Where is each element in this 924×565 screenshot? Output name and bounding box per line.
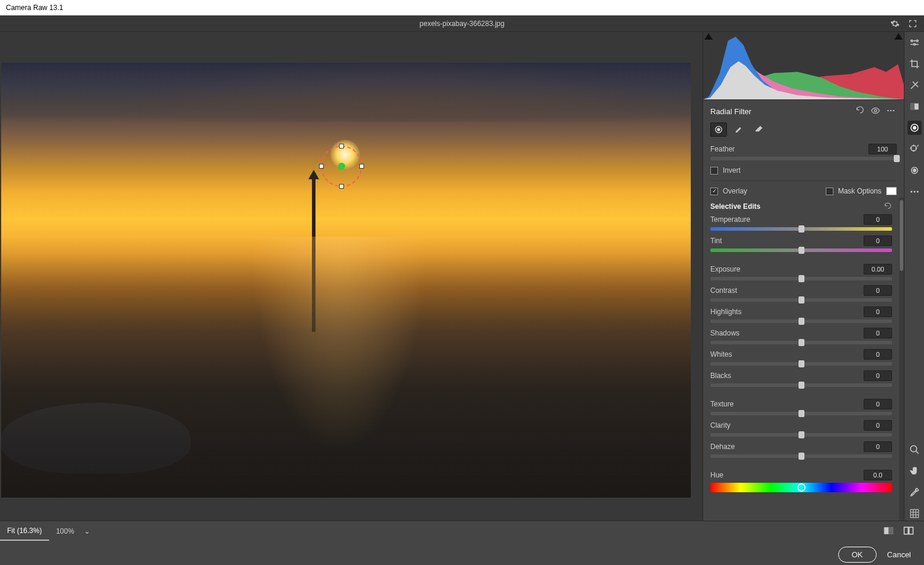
slider-label: Clarity <box>710 421 864 430</box>
slider-thumb[interactable] <box>894 155 900 162</box>
slider-thumb[interactable] <box>799 225 804 233</box>
slider-value[interactable]: 0 <box>864 306 892 317</box>
erase-tool-icon[interactable] <box>751 122 767 137</box>
slider-track[interactable] <box>710 483 892 492</box>
slider-value[interactable]: 0 <box>864 420 892 431</box>
slider-track[interactable] <box>710 248 892 252</box>
gear-icon[interactable] <box>890 18 900 29</box>
slider-value[interactable]: 0 <box>864 399 892 409</box>
more-icon[interactable] <box>886 106 897 117</box>
slider-value[interactable]: 0 <box>864 235 892 246</box>
tool-strip <box>904 32 924 521</box>
slider-thumb[interactable] <box>797 483 806 492</box>
slider-track[interactable] <box>710 319 892 323</box>
slider-thumb[interactable] <box>799 339 804 346</box>
svg-rect-23 <box>904 527 909 534</box>
slider-value[interactable]: 0.0 <box>864 470 892 480</box>
before-after-icon[interactable] <box>903 525 916 538</box>
target-adjust-icon[interactable] <box>907 142 922 156</box>
slider-blacks: Blacks0 <box>703 369 899 390</box>
slider-label: Contrast <box>710 286 864 295</box>
radial-handle[interactable] <box>339 144 344 148</box>
fullscreen-icon[interactable] <box>907 18 918 29</box>
slider-texture: Texture0 <box>703 398 899 419</box>
slider-track[interactable] <box>710 227 892 231</box>
zoom-fit[interactable]: Fit (16.3%) <box>0 521 49 541</box>
slider-label: Tint <box>710 237 864 245</box>
redeye-tool-icon[interactable] <box>907 163 922 177</box>
slider-track[interactable] <box>710 433 892 437</box>
slider-thumb[interactable] <box>799 318 804 325</box>
heal-tool-icon[interactable] <box>907 78 922 92</box>
mask-options-checkbox[interactable] <box>826 188 833 195</box>
radial-handle[interactable] <box>359 164 364 169</box>
app-header: pexels-pixabay-366283.jpg <box>0 15 924 32</box>
slider-value[interactable]: 0 <box>864 214 892 225</box>
slider-thumb[interactable] <box>799 382 804 389</box>
panel-title: Radial Filter <box>710 107 751 116</box>
hand-tool-icon[interactable] <box>907 464 922 478</box>
edit-panel-icon[interactable] <box>907 35 922 50</box>
slider-track[interactable] <box>710 412 892 415</box>
slider-thumb[interactable] <box>799 410 804 417</box>
mask-color-swatch[interactable] <box>886 187 897 195</box>
slider-thumb[interactable] <box>799 360 804 367</box>
overlay-label: Overlay <box>723 187 747 195</box>
radial-filter-marker[interactable] <box>321 146 362 187</box>
slider-track[interactable] <box>710 298 892 302</box>
slider-value[interactable]: 0 <box>864 349 892 360</box>
reset-icon[interactable] <box>855 106 866 117</box>
grid-tool-icon[interactable] <box>907 506 922 521</box>
brush-tool-icon[interactable] <box>730 122 747 137</box>
cancel-button[interactable]: Cancel <box>887 550 911 559</box>
feather-slider: Feather 100 <box>703 143 904 164</box>
slider-thumb[interactable] <box>799 431 804 438</box>
slider-track[interactable] <box>710 277 892 280</box>
slider-thumb[interactable] <box>799 296 804 304</box>
radial-pin-icon[interactable] <box>338 163 345 170</box>
slider-value[interactable]: 0 <box>864 285 892 296</box>
scrollbar-thumb[interactable] <box>900 200 903 271</box>
radial-handle[interactable] <box>319 164 324 169</box>
crop-tool-icon[interactable] <box>907 57 922 71</box>
svg-point-19 <box>910 445 917 452</box>
gradient-tool-icon[interactable] <box>907 99 922 114</box>
toggle-mask-icon[interactable] <box>883 525 896 538</box>
zoom-dropdown-icon[interactable]: ⌄ <box>81 527 93 535</box>
radial-panel-icon[interactable] <box>907 121 922 135</box>
slider-value[interactable]: 0.00 <box>864 264 892 275</box>
section-reset-icon[interactable] <box>884 202 892 211</box>
svg-point-0 <box>874 109 877 112</box>
highlight-clip-icon[interactable] <box>894 33 903 40</box>
canvas-area[interactable] <box>0 32 703 521</box>
slider-label: Blacks <box>710 372 864 380</box>
slider-thumb[interactable] <box>799 453 804 460</box>
shadow-clip-icon[interactable] <box>704 33 713 40</box>
slider-value[interactable]: 0 <box>864 441 892 452</box>
radial-tool-icon[interactable] <box>710 122 727 137</box>
feather-value[interactable]: 100 <box>868 144 897 154</box>
feather-label: Feather <box>710 145 868 153</box>
slider-value[interactable]: 0 <box>864 328 892 338</box>
svg-point-17 <box>913 191 915 193</box>
slider-track[interactable] <box>710 383 892 387</box>
slider-thumb[interactable] <box>799 275 804 282</box>
slider-value[interactable]: 0 <box>864 370 892 381</box>
radial-handle[interactable] <box>339 184 344 189</box>
zoom-100[interactable]: 100% <box>49 521 82 541</box>
sampler-tool-icon[interactable] <box>907 485 922 499</box>
slider-label: Highlights <box>710 308 864 316</box>
zoom-tool-icon[interactable] <box>907 443 922 457</box>
eye-icon[interactable] <box>871 106 881 117</box>
invert-checkbox[interactable] <box>710 167 718 175</box>
feather-track[interactable] <box>710 157 897 160</box>
slider-thumb[interactable] <box>799 247 804 254</box>
slider-track[interactable] <box>710 362 892 366</box>
histogram[interactable] <box>703 32 904 100</box>
panel-scrollbar[interactable] <box>899 198 904 521</box>
slider-track[interactable] <box>710 454 892 458</box>
overlay-checkbox[interactable] <box>710 188 718 195</box>
slider-track[interactable] <box>710 341 892 344</box>
ok-button[interactable]: OK <box>838 547 877 563</box>
more-tools-icon[interactable] <box>907 185 922 199</box>
